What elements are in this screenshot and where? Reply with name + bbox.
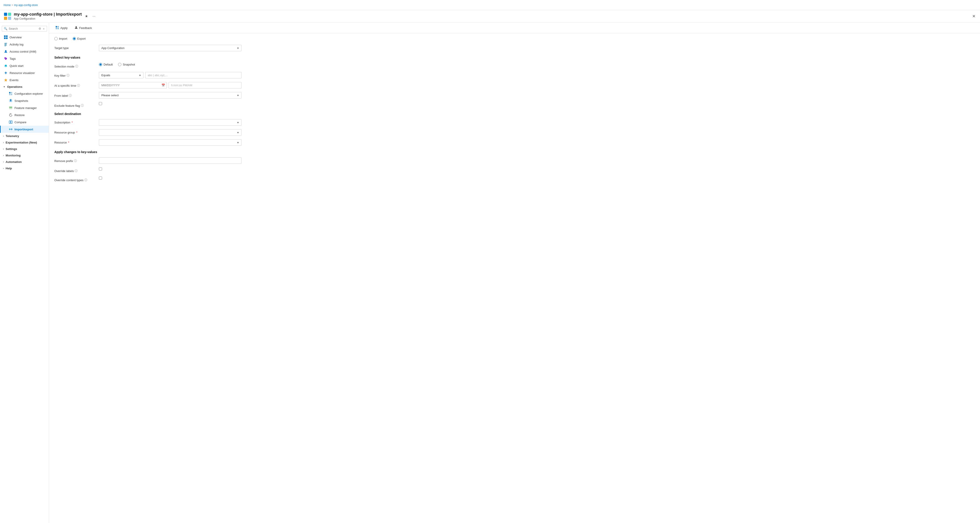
target-type-row: Target type App Configuration ARM Templa…	[54, 45, 975, 51]
specific-time-info-icon: ⓘ	[77, 84, 80, 88]
svg-rect-36	[56, 26, 57, 27]
search-input[interactable]	[9, 27, 37, 30]
sidebar-item-compare[interactable]: Compare	[0, 118, 49, 126]
import-export-icon	[9, 127, 13, 131]
sidebar-group-monitoring[interactable]: › Monitoring	[0, 152, 49, 159]
overview-icon	[4, 35, 8, 39]
compare-icon	[9, 120, 13, 124]
more-options-button[interactable]: ···	[92, 13, 96, 19]
search-collapse-button[interactable]: «	[43, 27, 45, 30]
date-input[interactable]	[99, 82, 167, 88]
from-label-control: Please select ▼	[99, 92, 242, 99]
sidebar-item-import-export[interactable]: Import/export	[0, 126, 49, 133]
svg-rect-39	[57, 28, 59, 29]
exclude-feature-flag-checkbox[interactable]	[99, 102, 102, 105]
snapshots-icon	[9, 99, 13, 103]
snapshot-radio-label[interactable]: Snapshot	[118, 63, 135, 66]
sidebar-item-tags-label: Tags	[10, 57, 16, 61]
sidebar-item-quick-start[interactable]: Quick start	[0, 62, 49, 69]
sidebar-group-settings[interactable]: › Settings	[0, 146, 49, 152]
subscription-select[interactable]	[99, 119, 242, 126]
search-icon: 🔍	[4, 27, 7, 30]
override-labels-info-icon: ⓘ	[75, 169, 78, 173]
exclude-feature-flag-control	[99, 102, 242, 105]
key-filter-info-icon: ⓘ	[67, 73, 70, 78]
exclude-feature-flag-checkbox-wrapper[interactable]	[99, 102, 242, 105]
from-label-select[interactable]: Please select	[99, 92, 242, 99]
time-input[interactable]	[169, 82, 242, 88]
svg-point-40	[75, 26, 77, 28]
default-mode-radio[interactable]	[99, 63, 102, 66]
svg-rect-32	[9, 108, 12, 109]
sidebar-item-resource-visualizer-label: Resource visualizer	[10, 71, 35, 75]
sidebar-item-tags[interactable]: Tags	[0, 55, 49, 62]
subscription-select-wrapper: ▼	[99, 119, 242, 126]
main-layout: 🔍 ⚙ « Overview Activity log Access contr…	[0, 23, 980, 523]
sidebar-item-snapshots[interactable]: Snapshots	[0, 97, 49, 104]
sidebar-group-help[interactable]: › Help	[0, 165, 49, 172]
override-content-types-checkbox[interactable]	[99, 177, 102, 180]
page-subtitle: App Configuration	[14, 17, 82, 20]
help-chevron-icon: ›	[3, 167, 4, 170]
key-filter-select-wrapper: Equals Starts with Contains ▼	[99, 72, 143, 78]
sidebar-item-config-explorer[interactable]: Configuration explorer	[0, 90, 49, 97]
sidebar-item-activity-log[interactable]: Activity log	[0, 41, 49, 48]
resource-select[interactable]	[99, 139, 242, 146]
svg-rect-1	[8, 13, 11, 16]
title-left: my-app-config-store | Import/export App …	[3, 12, 96, 20]
sidebar-item-iam-label: Access control (IAM)	[10, 50, 36, 53]
import-radio[interactable]	[54, 37, 58, 40]
resource-row: Resource * ▼	[54, 139, 975, 146]
svg-rect-10	[5, 45, 7, 45]
from-label-info-icon: ⓘ	[69, 94, 72, 97]
selection-mode-radio-group: Default Snapshot	[99, 63, 242, 66]
feedback-icon	[75, 26, 78, 30]
import-radio-label[interactable]: Import	[54, 37, 67, 40]
svg-rect-7	[6, 37, 8, 39]
breadcrumb-current[interactable]: my-app-config-store	[14, 3, 38, 7]
export-radio-label[interactable]: Export	[73, 37, 86, 40]
override-labels-checkbox-wrapper[interactable]	[99, 167, 242, 171]
svg-point-12	[5, 50, 6, 51]
sidebar-item-restore[interactable]: Restore	[0, 112, 49, 118]
breadcrumb-home[interactable]: Home	[3, 3, 11, 7]
sidebar-group-operations[interactable]: ▼ Operations	[0, 84, 49, 90]
resource-group-select[interactable]	[99, 129, 242, 136]
favorite-button[interactable]: ★	[84, 13, 89, 19]
sidebar-item-overview[interactable]: Overview	[0, 33, 49, 41]
svg-marker-22	[4, 78, 7, 81]
target-type-select[interactable]: App Configuration ARM Template Azure Key…	[99, 45, 242, 51]
remove-prefix-input[interactable]	[99, 157, 242, 164]
breadcrumb-separator: >	[11, 3, 13, 7]
title-actions: ★ ···	[84, 13, 96, 19]
key-filter-input[interactable]	[145, 72, 242, 78]
svg-rect-31	[9, 108, 12, 108]
svg-rect-26	[11, 94, 12, 95]
sidebar-item-feature-manager[interactable]: Feature manager	[0, 104, 49, 112]
override-labels-checkbox[interactable]	[99, 167, 102, 171]
apply-button[interactable]: Apply	[52, 24, 71, 32]
snapshot-mode-radio[interactable]	[118, 63, 121, 66]
override-labels-row: Override labels ⓘ	[54, 167, 975, 173]
export-radio[interactable]	[73, 37, 76, 40]
sidebar-group-experimentation[interactable]: › Experimentation (New)	[0, 139, 49, 146]
sidebar-item-access-control[interactable]: Access control (IAM)	[0, 48, 49, 55]
default-radio-label[interactable]: Default	[99, 63, 113, 66]
sidebar-item-resource-visualizer[interactable]: Resource visualizer	[0, 69, 49, 77]
sidebar-group-telemetry-label: Telemetry	[6, 134, 19, 138]
breadcrumb: Home > my-app-config-store	[3, 3, 38, 7]
sidebar-group-telemetry[interactable]: › Telemetry	[0, 133, 49, 139]
close-button[interactable]: ✕	[971, 13, 977, 20]
select-destination-title: Select destination	[54, 112, 975, 116]
exclude-feature-flag-row: Exclude feature flag ⓘ	[54, 102, 975, 108]
sidebar-group-automation[interactable]: › Automation	[0, 159, 49, 165]
svg-rect-8	[5, 43, 7, 43]
sidebar-item-snapshots-label: Snapshots	[14, 99, 28, 102]
key-filter-select[interactable]: Equals Starts with Contains	[99, 72, 143, 78]
sidebar-item-events[interactable]: Events	[0, 77, 49, 84]
feedback-button[interactable]: Feedback	[72, 24, 95, 32]
exclude-feature-flag-label: Exclude feature flag ⓘ	[54, 102, 99, 108]
override-content-types-checkbox-wrapper[interactable]	[99, 177, 242, 180]
specific-time-control: 📅	[99, 82, 242, 88]
search-settings-button[interactable]: ⚙	[38, 27, 41, 30]
